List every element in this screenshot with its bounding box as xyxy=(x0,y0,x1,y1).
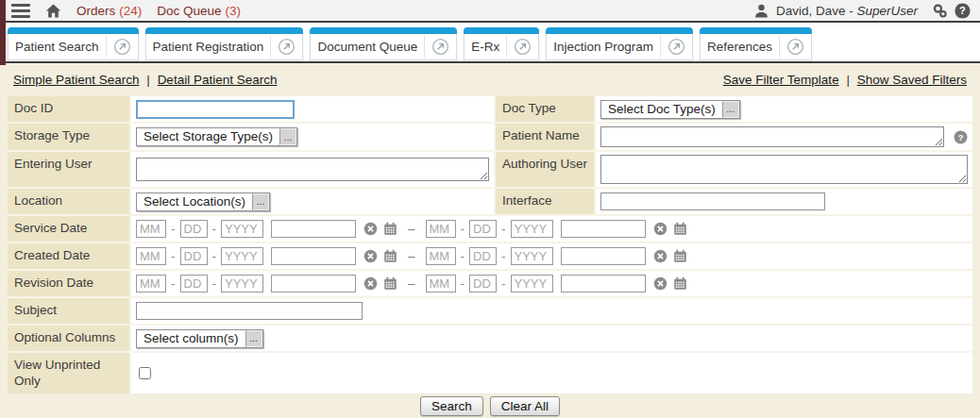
optional-columns-select-text: Select column(s) xyxy=(137,330,245,347)
simple-patient-search-link[interactable]: Simple Patient Search xyxy=(13,73,140,87)
created-from-year-input[interactable] xyxy=(221,247,263,265)
clear-all-button[interactable]: Clear All xyxy=(490,396,560,416)
home-button[interactable] xyxy=(45,3,61,19)
user-menu[interactable]: David, Dave - SuperUser xyxy=(776,4,918,18)
service-to-month-input[interactable] xyxy=(426,220,456,238)
tab-accent-bar xyxy=(8,27,139,34)
created-to-month-input[interactable] xyxy=(426,247,456,265)
created-to-calendar-icon[interactable] xyxy=(673,249,687,263)
service-from-clear-icon[interactable] xyxy=(363,222,378,236)
service-from-month-input[interactable] xyxy=(136,220,166,238)
created-from-time-input[interactable] xyxy=(271,247,356,265)
entering-user-field-cell xyxy=(131,152,494,187)
revision-to-year-input[interactable] xyxy=(511,275,553,293)
tab-patient-search-label: Patient Search xyxy=(15,40,99,54)
top-bar: Orders (24) Doc Queue (3) David, Dave - … xyxy=(0,0,980,23)
storage-type-more-button[interactable]: ... xyxy=(279,128,296,145)
open-in-window-icon[interactable] xyxy=(431,38,449,56)
patient-name-help-icon[interactable]: ? xyxy=(954,130,968,144)
open-in-window-icon[interactable] xyxy=(514,38,532,56)
created-from-calendar-icon[interactable] xyxy=(383,249,397,263)
filter-links-row: Simple Patient Search | Detail Patient S… xyxy=(0,63,980,96)
patient-name-input[interactable] xyxy=(600,126,944,147)
hamburger-menu-icon[interactable] xyxy=(11,4,30,18)
breadcrumb-orders[interactable]: Orders (24) xyxy=(76,4,142,18)
created-to-day-input[interactable] xyxy=(469,247,497,265)
save-filter-template-link[interactable]: Save Filter Template xyxy=(723,73,839,87)
search-button[interactable]: Search xyxy=(420,396,483,416)
location-more-button[interactable]: ... xyxy=(252,193,269,210)
authoring-user-input[interactable] xyxy=(600,155,968,184)
breadcrumb-doc-queue[interactable]: Doc Queue (3) xyxy=(157,4,241,18)
view-unprinted-checkbox[interactable] xyxy=(139,367,151,379)
show-saved-filters-link[interactable]: Show Saved Filters xyxy=(857,73,967,87)
date-range-dash: – xyxy=(408,276,415,291)
tab-e-rx[interactable]: E-Rx xyxy=(464,27,539,60)
doc-type-more-button[interactable]: ... xyxy=(722,101,739,118)
date-range-dash: – xyxy=(408,249,415,263)
tab-patient-registration[interactable]: Patient Registration xyxy=(145,27,304,60)
service-to-year-input[interactable] xyxy=(511,220,553,238)
service-from-calendar-icon[interactable] xyxy=(383,222,397,236)
open-in-window-icon[interactable] xyxy=(786,38,804,56)
location-label: Location xyxy=(8,189,129,214)
open-in-window-icon[interactable] xyxy=(278,38,296,56)
created-to-year-input[interactable] xyxy=(511,247,553,265)
doc-type-label: Doc Type xyxy=(496,96,594,122)
created-from-clear-icon[interactable] xyxy=(363,249,378,263)
optional-columns-label: Optional Columns xyxy=(8,326,129,351)
open-in-window-icon[interactable] xyxy=(113,38,131,56)
subject-input[interactable] xyxy=(136,302,363,320)
help-icon[interactable]: ? xyxy=(955,3,971,19)
revision-to-month-input[interactable] xyxy=(426,275,456,293)
entering-user-input[interactable] xyxy=(136,158,489,181)
patient-name-label: Patient Name xyxy=(496,124,594,150)
service-to-calendar-icon[interactable] xyxy=(673,222,687,236)
link-icon[interactable] xyxy=(932,3,948,19)
revision-from-day-input[interactable] xyxy=(180,275,208,293)
optional-columns-more-button[interactable]: ... xyxy=(245,330,262,347)
doc-type-select[interactable]: Select Doc Type(s) ... xyxy=(600,100,740,119)
revision-date-field-cell: - - – - - xyxy=(131,271,972,296)
optional-columns-select[interactable]: Select column(s) ... xyxy=(136,329,263,348)
service-from-day-input[interactable] xyxy=(180,220,208,238)
breadcrumb-doc-queue-count: (3) xyxy=(226,4,242,18)
tab-divider xyxy=(424,36,425,58)
revision-from-time-input[interactable] xyxy=(271,275,356,293)
tab-document-queue[interactable]: Document Queue xyxy=(310,27,457,60)
revision-to-day-input[interactable] xyxy=(469,275,497,293)
link-separator: | xyxy=(146,73,150,87)
service-from-year-input[interactable] xyxy=(221,220,263,238)
storage-type-select[interactable]: Select Storage Type(s) ... xyxy=(136,127,297,146)
tab-patient-search[interactable]: Patient Search xyxy=(8,27,139,60)
revision-from-month-input[interactable] xyxy=(136,275,166,293)
link-separator: | xyxy=(846,73,850,87)
revision-from-calendar-icon[interactable] xyxy=(383,276,397,291)
interface-label: Interface xyxy=(496,189,594,214)
revision-to-calendar-icon[interactable] xyxy=(673,276,687,291)
created-to-clear-icon[interactable] xyxy=(653,249,667,263)
doc-id-input[interactable] xyxy=(136,100,295,119)
detail-patient-search-link[interactable]: Detail Patient Search xyxy=(158,73,278,87)
tab-injection-program[interactable]: Injection Program xyxy=(546,27,693,60)
revision-from-clear-icon[interactable] xyxy=(363,276,378,291)
tab-accent-bar xyxy=(546,27,693,34)
revision-to-clear-icon[interactable] xyxy=(653,276,667,291)
tab-references[interactable]: References xyxy=(700,27,812,60)
patient-name-field-cell: ? xyxy=(596,124,972,150)
created-from-day-input[interactable] xyxy=(180,247,208,265)
service-from-time-input[interactable] xyxy=(271,220,356,238)
open-in-window-icon[interactable] xyxy=(667,38,685,56)
left-accent-stripe xyxy=(0,0,6,65)
revision-to-time-input[interactable] xyxy=(561,275,646,293)
storage-type-select-text: Select Storage Type(s) xyxy=(137,128,279,145)
created-to-time-input[interactable] xyxy=(561,247,646,265)
service-to-time-input[interactable] xyxy=(561,220,646,238)
created-from-month-input[interactable] xyxy=(136,247,166,265)
tab-accent-bar xyxy=(145,27,304,34)
location-select[interactable]: Select Location(s) ... xyxy=(136,192,270,211)
service-to-day-input[interactable] xyxy=(469,220,497,238)
revision-from-year-input[interactable] xyxy=(221,275,263,293)
service-to-clear-icon[interactable] xyxy=(653,222,667,236)
interface-input[interactable] xyxy=(600,192,825,210)
